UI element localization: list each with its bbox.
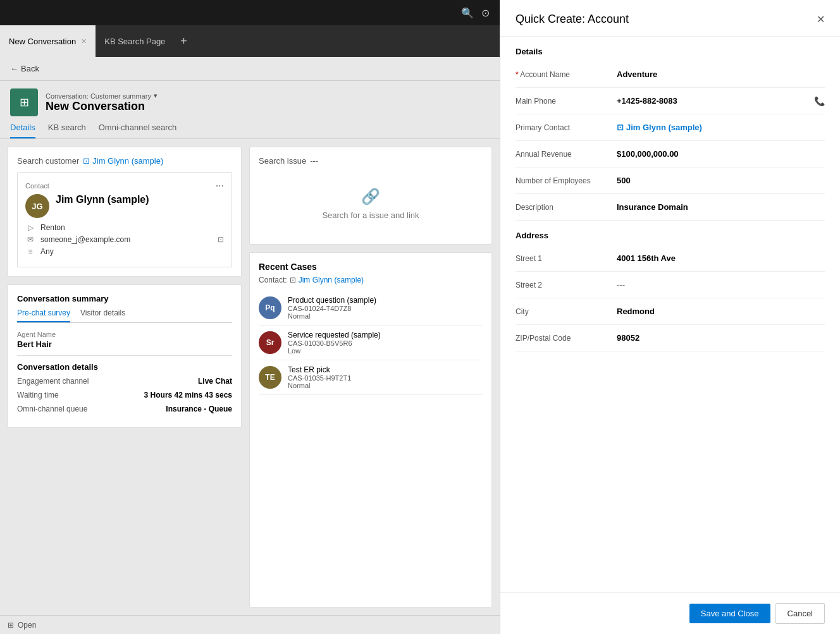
details-section-title: Details [516,37,825,61]
contact-avatar: JG [25,194,49,218]
search-issue-card: Search issue --- 🔗 Search for a issue an… [249,147,492,245]
target-icon[interactable]: ⊙ [481,7,490,19]
contact-name-section: Jim Glynn (sample) [56,194,224,210]
tab-kb-search[interactable]: KB Search Page [96,25,174,57]
location-icon: ▷ [25,223,35,232]
sub-tab-details[interactable]: Details [10,123,35,138]
email-icon: ✉ [25,235,35,244]
customer-link[interactable]: ⊡ Jim Glynn (sample) [83,156,163,166]
case-info-3: Test ER pick CAS-01035-H9T2T1 Normal [288,365,351,389]
agent-name-field: Agent Name Bert Hair [17,331,232,349]
contact-link-icon: ⊡ [617,123,624,132]
engagement-channel-label: Engagement channel [17,377,89,386]
description-value[interactable]: Insurance Domain [617,202,825,212]
search-issue-dashes: --- [310,156,318,166]
case-item-3: TE Test ER pick CAS-01035-H9T2T1 Normal [259,360,483,395]
description-field: Description Insurance Domain [516,194,825,221]
account-name-label: * Account Name [516,70,617,79]
search-icon[interactable]: 🔍 [461,7,474,19]
tab-new-conversation[interactable]: New Conversation ✕ [0,25,96,57]
city-field: City Redmond [516,298,825,325]
case-info-2: Service requested (sample) CAS-01030-B5V… [288,331,381,355]
employees-value[interactable]: 500 [617,176,825,185]
description-label: Description [516,203,617,212]
quick-create-close-button[interactable]: ✕ [817,13,825,25]
left-column: Search customer ⊡ Jim Glynn (sample) Con… [8,147,242,607]
engagement-channel-value: Live Chat [198,377,232,386]
agent-name-label: Agent Name [17,331,232,338]
contact-channel-row: ≡ Any [25,247,224,256]
summary-tabs: Pre-chat survey Visitor details [17,308,232,323]
status-label: Open [18,621,36,630]
contact-link-icon: ⊡ [290,276,296,284]
search-issue-row: Search issue --- [259,156,483,166]
conversation-subtitle: Conversation: Customer summary ▾ [46,92,158,100]
conversation-header: ⊞ Conversation: Customer summary ▾ New C… [0,81,500,116]
zip-field: ZIP/Postal Code 98052 [516,325,825,351]
back-arrow-icon: ← [10,64,18,73]
street1-value[interactable]: 4001 156th Ave [617,253,825,263]
list-icon: ≡ [25,247,35,256]
contact-name: Jim Glynn (sample) [56,194,224,205]
street1-label: Street 1 [516,254,617,263]
tab-label: KB Search Page [104,37,165,46]
back-bar: ← Back [0,57,500,81]
chevron-down-icon[interactable]: ▾ [154,92,158,100]
search-issue-hint: Search for a issue and link [322,210,419,220]
street1-field: Street 1 4001 156th Ave [516,245,825,272]
sub-tab-omni-channel[interactable]: Omni-channel search [99,123,177,138]
more-options-button[interactable]: ··· [216,180,224,192]
annual-revenue-field: Annual Revenue $100,000,000.00 [516,141,825,168]
save-and-close-button[interactable]: Save and Close [689,604,770,623]
conversation-avatar: ⊞ [10,88,38,116]
summary-tab-visitor[interactable]: Visitor details [80,308,125,322]
contact-channel: Any [40,247,54,256]
recent-cases-title: Recent Cases [259,262,483,272]
required-indicator: * [516,70,519,79]
city-value[interactable]: Redmond [617,307,825,316]
search-issue-label: Search issue [259,156,306,166]
contact-link-icon: ⊡ [83,156,90,166]
case-item-1: Pq Product question (sample) CAS-01024-T… [259,291,483,326]
primary-contact-value[interactable]: ⊡ Jim Glynn (sample) [617,123,702,132]
zip-label: ZIP/Postal Code [516,334,617,343]
main-phone-value[interactable]: +1425-882-8083 [617,96,814,106]
address-section-title: Address [516,221,825,245]
tab-close-icon[interactable]: ✕ [81,37,87,46]
link-icon: 🔗 [361,188,380,205]
email-badge-icon: ⊡ [218,235,224,244]
waiting-time-label: Waiting time [17,391,59,399]
street2-field: Street 2 --- [516,272,825,298]
account-name-value[interactable]: Adventure [617,70,825,79]
case-id-2: CAS-01030-B5V5R6 [288,339,381,347]
case-info-1: Product question (sample) CAS-01024-T4D7… [288,296,376,320]
case-priority-3: Normal [288,382,351,389]
street2-value[interactable]: --- [617,280,825,290]
recent-cases-contact-name[interactable]: Jim Glynn (sample) [299,276,364,284]
case-title-3: Test ER pick [288,365,351,374]
omni-channel-queue-label: Omni-channel queue [17,405,87,413]
cancel-button[interactable]: Cancel [775,603,825,624]
summary-tab-prechat[interactable]: Pre-chat survey [17,308,70,322]
conversation-title-area: Conversation: Customer summary ▾ New Con… [46,92,158,113]
engagement-channel-row: Engagement channel Live Chat [17,377,232,386]
conversation-title: New Conversation [46,100,158,113]
recent-cases-card: Recent Cases Contact: ⊡ Jim Glynn (sampl… [249,252,492,607]
annual-revenue-value[interactable]: $100,000,000.00 [617,149,825,159]
conversation-details-title: Conversation details [17,362,232,372]
case-priority-2: Low [288,347,381,355]
zip-value[interactable]: 98052 [617,333,825,343]
quick-create-footer: Save and Close Cancel [500,592,840,634]
search-customer-row: Search customer ⊡ Jim Glynn (sample) [17,156,232,166]
account-name-field: * Account Name Adventure [516,61,825,88]
omni-channel-queue-row: Omni-channel queue Insurance - Queue [17,405,232,413]
customer-card: Search customer ⊡ Jim Glynn (sample) Con… [8,147,242,277]
add-tab-button[interactable]: + [174,35,194,48]
employees-label: Number of Employees [516,176,617,185]
case-title-2: Service requested (sample) [288,331,381,339]
primary-contact-field: Primary Contact ⊡ Jim Glynn (sample) [516,114,825,141]
sub-tab-kb-search[interactable]: KB search [48,123,86,138]
sub-tabs: Details KB search Omni-channel search [0,116,500,139]
conversation-summary-card: Conversation summary Pre-chat survey Vis… [8,284,242,428]
back-button[interactable]: ← Back [10,64,39,73]
